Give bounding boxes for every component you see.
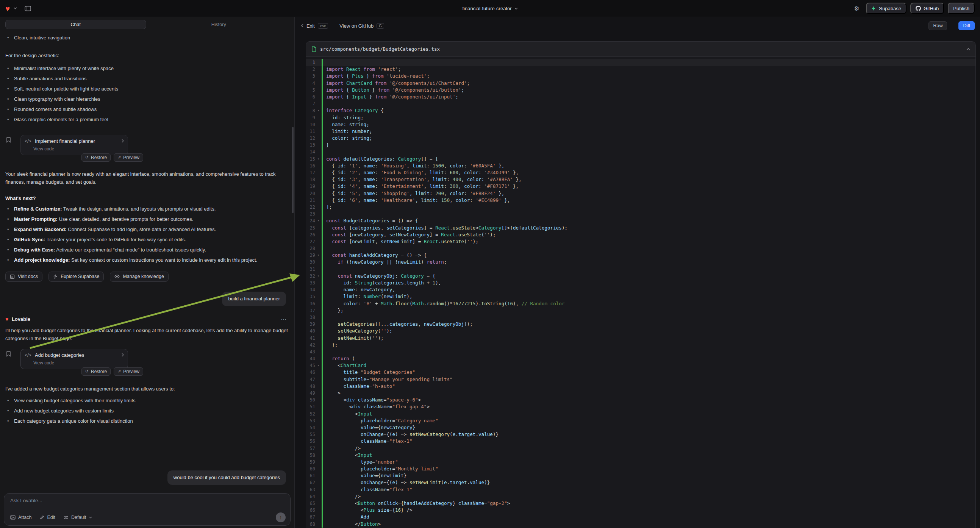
github-button[interactable]: GitHub (910, 3, 944, 14)
line-number[interactable]: 7 (306, 100, 315, 107)
edit-button[interactable]: Edit (40, 515, 55, 520)
line-number[interactable]: 22 (306, 204, 315, 211)
line-number[interactable]: 12 (306, 135, 315, 142)
fold-chevron-icon[interactable]: ▾ (315, 362, 321, 369)
fold-chevron-icon[interactable]: ▾ (315, 107, 321, 114)
line-number[interactable]: 20 (306, 190, 315, 197)
attach-button[interactable]: Attach (10, 515, 32, 520)
chevron-down-icon[interactable] (14, 7, 17, 10)
line-number[interactable]: 19 (306, 183, 315, 190)
sidebar-toggle-icon[interactable] (25, 6, 31, 11)
line-number[interactable]: 30 (306, 259, 315, 266)
tab-chat[interactable]: Chat (5, 20, 146, 29)
line-number[interactable]: 24 (306, 218, 315, 224)
view-on-github-button[interactable]: View on GitHub G (339, 23, 384, 29)
line-number[interactable]: 18 (306, 176, 315, 183)
line-number[interactable]: 61 (306, 472, 315, 479)
line-number[interactable]: 49 (306, 390, 315, 396)
line-number[interactable]: 10 (306, 121, 315, 128)
send-button[interactable]: ↑ (276, 512, 286, 522)
tab-history[interactable]: History (148, 20, 290, 29)
line-number[interactable]: 16 (306, 162, 315, 169)
line-number[interactable]: 25 (306, 224, 315, 231)
line-number[interactable]: 66 (306, 507, 315, 514)
line-number[interactable]: 40 (306, 328, 315, 334)
line-number[interactable]: 11 (306, 128, 315, 135)
line-number[interactable]: 57 (306, 445, 315, 452)
exit-button[interactable]: Exit esc (301, 23, 328, 29)
line-number[interactable]: 58 (306, 452, 315, 459)
line-number[interactable]: 65 (306, 500, 315, 507)
line-number[interactable]: 6 (306, 94, 315, 100)
line-number[interactable]: 8 (306, 107, 315, 114)
line-number[interactable]: 67 (306, 514, 315, 520)
line-number[interactable]: 59 (306, 459, 315, 466)
diff-toggle[interactable]: Diff (958, 21, 975, 30)
line-number[interactable]: 46 (306, 369, 315, 376)
file-header[interactable]: src/components/budget/BudgetCategories.t… (306, 42, 975, 57)
prompt-input[interactable]: Ask Lovable... (10, 498, 286, 503)
line-number[interactable]: 47 (306, 376, 315, 383)
line-number[interactable]: 27 (306, 238, 315, 245)
line-number[interactable]: 9 (306, 115, 315, 121)
line-number[interactable]: 29 (306, 252, 315, 259)
line-number[interactable]: 23 (306, 211, 315, 218)
line-number[interactable]: 5 (306, 87, 315, 94)
line-number[interactable]: 53 (306, 417, 315, 424)
preview-button[interactable]: ↗ Preview (114, 367, 143, 376)
line-number[interactable]: 55 (306, 431, 315, 438)
line-number[interactable]: 48 (306, 383, 315, 390)
line-number[interactable]: 60 (306, 466, 315, 472)
settings-gear-icon[interactable]: ⚙ (851, 3, 862, 14)
line-number[interactable]: 62 (306, 479, 315, 486)
line-number[interactable]: 50 (306, 396, 315, 403)
visit-docs-button[interactable]: Visit docs (5, 272, 43, 282)
line-number[interactable]: 41 (306, 335, 315, 342)
line-number[interactable]: 28 (306, 245, 315, 252)
line-number[interactable]: 14 (306, 148, 315, 155)
line-number[interactable]: 38 (306, 314, 315, 321)
line-number[interactable]: 21 (306, 197, 315, 204)
line-number[interactable]: 43 (306, 348, 315, 355)
more-options-icon[interactable]: ⋯ (281, 316, 287, 323)
line-number[interactable]: 54 (306, 424, 315, 431)
bookmark-icon[interactable] (6, 351, 11, 357)
line-number[interactable]: 39 (306, 321, 315, 328)
fold-chevron-icon[interactable]: ▾ (315, 252, 321, 259)
line-number[interactable]: 42 (306, 342, 315, 348)
scrollbar-thumb[interactable] (292, 127, 294, 213)
line-number[interactable]: 51 (306, 403, 315, 410)
publish-button[interactable]: Publish (948, 3, 975, 14)
line-number[interactable]: 3 (306, 73, 315, 80)
line-number[interactable]: 33 (306, 280, 315, 286)
line-number[interactable]: 63 (306, 486, 315, 493)
project-menu[interactable]: financial-future-creator (462, 0, 517, 17)
line-number[interactable]: 15 (306, 156, 315, 162)
tool-card[interactable]: </> Add budget categories View code (21, 349, 128, 369)
bookmark-icon[interactable] (6, 137, 11, 143)
line-number[interactable]: 32 (306, 273, 315, 280)
tool-card[interactable]: </> Implement financial planner View cod… (21, 135, 128, 155)
supabase-button[interactable]: Supabase (866, 3, 907, 14)
line-number[interactable]: 34 (306, 286, 315, 293)
restore-button[interactable]: ↺ Restore (81, 153, 111, 162)
line-number[interactable]: 31 (306, 266, 315, 273)
line-number[interactable]: 64 (306, 493, 315, 500)
model-selector[interactable]: Default (64, 515, 92, 520)
lovable-logo-icon[interactable]: ♥ (5, 5, 10, 13)
line-number[interactable]: 56 (306, 438, 315, 445)
line-number[interactable]: 52 (306, 410, 315, 417)
fold-chevron-icon[interactable]: ▾ (315, 273, 321, 280)
line-number[interactable]: 4 (306, 80, 315, 87)
manage-knowledge-button[interactable]: Manage knowledge (110, 272, 168, 282)
line-number[interactable]: 37 (306, 307, 315, 314)
chat-messages[interactable]: • Clean, intuitive navigation For the de… (0, 32, 294, 490)
line-number[interactable]: 68 (306, 521, 315, 528)
explore-supabase-button[interactable]: Explore Supabase (48, 272, 104, 282)
line-number[interactable]: 44 (306, 355, 315, 362)
restore-button[interactable]: ↺ Restore (81, 367, 111, 376)
code-editor[interactable]: 12import React from 'react';3import { Pl… (306, 57, 975, 528)
line-number[interactable]: 36 (306, 301, 315, 307)
line-number[interactable]: 1 (306, 59, 315, 66)
chevron-up-icon[interactable] (966, 48, 970, 50)
